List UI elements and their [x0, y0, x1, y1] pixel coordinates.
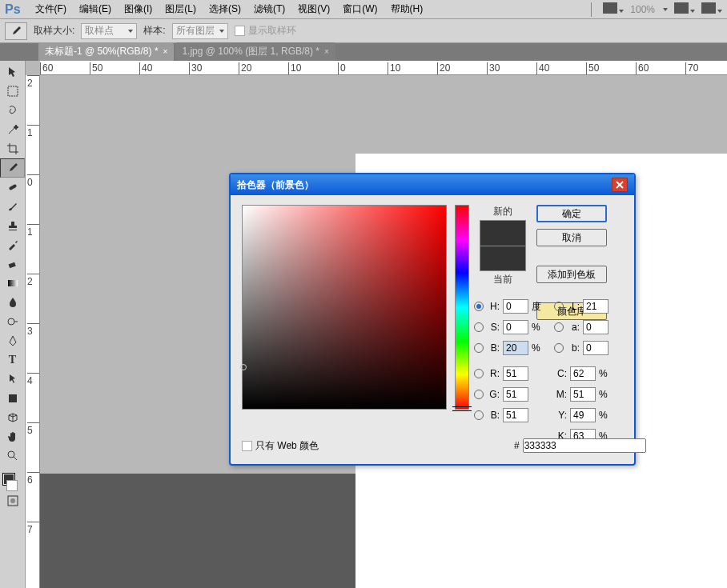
healing-tool[interactable] [0, 178, 25, 197]
ruler-tick: 40 [139, 62, 152, 75]
hue-input[interactable] [503, 299, 528, 314]
show-ring-label: 显示取样环 [248, 24, 296, 38]
document-tab[interactable]: 未标题-1 @ 50%(RGB/8) * × [38, 42, 174, 61]
launch-bridge-icon[interactable] [603, 2, 624, 16]
document-tab-bar: 未标题-1 @ 50%(RGB/8) * × 1.jpg @ 100% (图层 … [0, 43, 727, 61]
m-input[interactable] [570, 387, 596, 402]
sample-size-label: 取样大小: [34, 24, 74, 38]
a-input[interactable] [583, 320, 609, 334]
arrange-icon[interactable] [674, 2, 695, 16]
sample-size-select[interactable]: 取样点 [81, 23, 137, 39]
sat-input[interactable] [503, 320, 528, 334]
show-sampling-ring-checkbox[interactable]: 显示取样环 [235, 24, 296, 38]
marquee-tool[interactable] [0, 82, 25, 101]
y-input[interactable] [570, 408, 596, 422]
type-tool[interactable]: T [0, 350, 25, 370]
menu-window[interactable]: 窗口(W) [336, 2, 384, 16]
new-color-swatch [480, 220, 526, 246]
ruler-tick: 3 [27, 323, 40, 337]
g-radio[interactable] [474, 390, 484, 399]
ruler-tick: 2 [27, 75, 40, 89]
tab-close-icon[interactable]: × [163, 47, 168, 56]
cancel-button[interactable]: 取消 [536, 229, 607, 246]
g-input[interactable] [503, 387, 528, 402]
menu-layer[interactable]: 图层(L) [159, 2, 203, 16]
menu-view[interactable]: 视图(V) [291, 2, 336, 16]
blur-tool[interactable] [0, 293, 25, 312]
c-input[interactable] [570, 366, 596, 381]
current-color-swatch[interactable] [480, 246, 526, 271]
bri-radio[interactable] [474, 343, 484, 353]
hue-radio[interactable] [474, 302, 484, 311]
ruler-tick: 1 [27, 125, 40, 138]
l-radio[interactable] [554, 302, 564, 311]
ok-button[interactable]: 确定 [536, 205, 607, 222]
ruler-tick: 70 [685, 62, 698, 75]
menu-edit[interactable]: 编辑(E) [73, 2, 118, 16]
hue-unit: 度 [532, 300, 543, 314]
pen-tool[interactable] [0, 331, 25, 350]
background-swatch[interactable] [0, 485, 25, 491]
menu-image[interactable]: 图像(I) [118, 2, 159, 16]
document-tab[interactable]: 1.jpg @ 100% (图层 1, RGB/8) * × [175, 42, 335, 61]
saturation-value-field[interactable] [242, 205, 447, 410]
sat-radio[interactable] [474, 322, 484, 332]
hue-slider[interactable] [455, 205, 469, 410]
b-label: B: [487, 410, 500, 421]
move-tool[interactable] [0, 62, 25, 82]
r-input[interactable] [503, 366, 528, 381]
lab-b-input[interactable] [583, 341, 609, 355]
a-radio[interactable] [554, 322, 564, 332]
eyedropper-tool[interactable] [0, 158, 25, 178]
dodge-tool[interactable] [0, 312, 25, 331]
brush-tool[interactable] [0, 197, 25, 216]
wand-tool[interactable] [0, 120, 25, 139]
svg-rect-1 [8, 184, 17, 190]
bri-input[interactable] [503, 341, 528, 355]
stamp-tool[interactable] [0, 216, 25, 235]
lab-b-radio[interactable] [554, 343, 564, 353]
ruler-tick: 10 [288, 62, 301, 75]
shape-tool[interactable] [0, 389, 25, 408]
sample-select[interactable]: 所有图层 [172, 23, 228, 39]
web-only-label: 只有 Web 颜色 [255, 439, 319, 453]
add-to-swatches-button[interactable]: 添加到色板 [536, 266, 607, 283]
menu-file[interactable]: 文件(F) [29, 2, 73, 16]
b-input[interactable] [503, 408, 528, 422]
zoom-level[interactable]: 100% [630, 4, 655, 15]
gradient-tool[interactable] [0, 274, 25, 293]
menu-help[interactable]: 帮助(H) [384, 2, 430, 16]
hand-tool[interactable] [0, 427, 25, 446]
quickmask-toggle[interactable] [0, 491, 25, 510]
tab-label: 1.jpg @ 100% (图层 1, RGB/8) * [182, 45, 319, 58]
hex-input[interactable] [523, 438, 646, 453]
lasso-tool[interactable] [0, 101, 25, 120]
ruler-tick: 0 [27, 174, 40, 188]
menu-select[interactable]: 选择(S) [203, 2, 247, 16]
checkbox-icon [242, 441, 252, 451]
history-brush-tool[interactable] [0, 235, 25, 254]
eraser-tool[interactable] [0, 254, 25, 274]
hex-label: # [514, 440, 520, 451]
zoom-tool[interactable] [0, 446, 25, 466]
svg-rect-5 [9, 394, 17, 402]
close-icon [616, 181, 624, 189]
3d-tool[interactable] [0, 408, 25, 427]
ruler-tick: 20 [239, 62, 251, 75]
menu-filter[interactable]: 滤镜(T) [247, 2, 291, 16]
dialog-close-button[interactable] [612, 178, 628, 192]
options-bar: 取样大小: 取样点 样本: 所有图层 显示取样环 [0, 19, 727, 43]
web-colors-only-checkbox[interactable]: 只有 Web 颜色 [242, 439, 319, 453]
screen-mode-icon[interactable] [701, 2, 722, 16]
dialog-titlebar[interactable]: 拾色器（前景色） [231, 174, 634, 195]
r-radio[interactable] [474, 369, 484, 378]
l-input[interactable] [583, 299, 609, 314]
b-radio[interactable] [474, 410, 484, 420]
y-label: Y: [554, 410, 567, 421]
m-unit: % [599, 389, 610, 400]
tab-close-icon[interactable]: × [324, 47, 329, 56]
crop-tool[interactable] [0, 139, 25, 158]
ruler-tick: 5 [27, 422, 40, 436]
path-select-tool[interactable] [0, 370, 25, 389]
current-tool-icon[interactable] [5, 22, 27, 40]
